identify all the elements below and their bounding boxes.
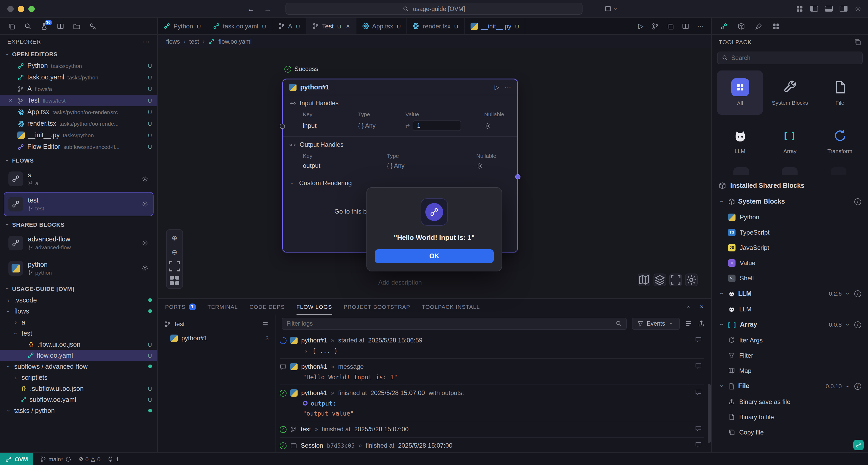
- shared-block-python[interactable]: python python: [4, 257, 153, 280]
- input-port[interactable]: [280, 124, 285, 129]
- info-icon[interactable]: i: [854, 321, 861, 328]
- section-system-blocks[interactable]: › System Blocks i: [712, 194, 868, 209]
- panel-tab-flow-logs[interactable]: FLOW LOGS: [296, 299, 332, 315]
- toolpack-search-input[interactable]: [731, 55, 858, 61]
- expand-icon[interactable]: ›: [303, 347, 309, 354]
- layout-grid-icon[interactable]: [168, 274, 181, 287]
- log-output-bubble-icon[interactable]: [695, 362, 702, 369]
- key-icon[interactable]: [89, 22, 97, 30]
- flow-settings-gear-icon[interactable]: [142, 200, 149, 208]
- block-item-iter-args[interactable]: Iter Args: [712, 332, 868, 348]
- flow-view-icon[interactable]: [720, 22, 727, 30]
- flow-logs-node-row[interactable]: python#1 3: [158, 331, 275, 345]
- node-header[interactable]: python#1 ▷ ⋯: [283, 80, 517, 95]
- log-output-bubble-icon[interactable]: [695, 425, 702, 432]
- panel-tab-ports[interactable]: PORTS1: [165, 299, 196, 315]
- shared-blocks-header[interactable]: › SHARED BLOCKS: [0, 219, 157, 230]
- category-file[interactable]: File: [817, 70, 863, 115]
- source-control-icon[interactable]: [651, 22, 659, 30]
- test-flask-icon[interactable]: 36: [40, 22, 48, 30]
- brush-view-icon[interactable]: [755, 22, 762, 30]
- log-output-bubble-icon[interactable]: [695, 441, 702, 448]
- flow-logs-flow-row[interactable]: test: [158, 317, 275, 331]
- category-array[interactable]: [ ]Array: [767, 119, 813, 163]
- package-view-icon[interactable]: [738, 22, 745, 30]
- node-more-icon[interactable]: ⋯: [505, 83, 511, 91]
- filter-logs-input[interactable]: [286, 320, 613, 327]
- tab-app-tsx[interactable]: App.tsxU: [356, 18, 407, 34]
- block-item-filter[interactable]: Filter: [712, 348, 868, 363]
- close-window-button[interactable]: [7, 5, 14, 12]
- git-branch-status[interactable]: main*: [40, 456, 71, 462]
- files-icon[interactable]: [8, 22, 15, 30]
- collapse-all-icon[interactable]: [685, 320, 692, 327]
- split-editor-icon[interactable]: [682, 22, 689, 30]
- version-dropdown-icon[interactable]: ›: [845, 383, 851, 389]
- toggle-panel-icon[interactable]: [825, 6, 833, 11]
- node-description-placeholder[interactable]: Add description: [282, 279, 518, 286]
- ports-status[interactable]: 1: [107, 456, 119, 462]
- tab-task-yaml[interactable]: task.oo.yamlU: [207, 18, 272, 34]
- back-button[interactable]: ←: [247, 4, 254, 13]
- close-icon[interactable]: ×: [346, 22, 350, 30]
- tab-python[interactable]: PythonU: [158, 18, 207, 34]
- layers-icon[interactable]: [653, 273, 666, 286]
- ok-button[interactable]: OK: [375, 249, 494, 263]
- zoom-in-icon[interactable]: ⊕: [168, 231, 181, 244]
- panel-tab-project-bootstrap[interactable]: PROJECT BOOTSTRAP: [344, 299, 410, 315]
- section-array[interactable]: › [ ] Array 0.0.8 › i: [712, 317, 868, 332]
- section-llm[interactable]: › LLM 0.2.6 › i: [712, 286, 868, 301]
- customize-layout-icon[interactable]: [854, 5, 862, 12]
- toggle-secondary-sidebar-icon[interactable]: [840, 6, 847, 11]
- category-llm[interactable]: LLM: [717, 119, 763, 163]
- block-item-shell[interactable]: >_Shell: [712, 270, 868, 286]
- open-editor-python[interactable]: Pythontasks/pythonU: [0, 60, 157, 71]
- explorer-more-icon[interactable]: ⋯: [143, 38, 150, 46]
- chevron-down-icon[interactable]: ›: [289, 180, 296, 186]
- log-entry-started[interactable]: python#1» started at2025/5/28 15:06:59 ›…: [280, 332, 704, 359]
- toolpack-search-box[interactable]: [717, 52, 863, 64]
- tab-init-py[interactable]: __init__.pyU: [464, 18, 525, 34]
- block-item-typescript[interactable]: TSTypeScript: [712, 225, 868, 240]
- log-entry-finished[interactable]: ✓ python#1» finished at2025/5/28 15:07:0…: [280, 385, 704, 422]
- tree-item-test[interactable]: ›test: [0, 328, 157, 339]
- info-icon[interactable]: i: [854, 198, 861, 205]
- search-icon[interactable]: [24, 22, 32, 30]
- editor-layout-icon[interactable]: [57, 22, 64, 30]
- assistant-chat-icon[interactable]: [853, 440, 864, 450]
- category-transform[interactable]: Transform: [817, 119, 863, 163]
- log-entry-flow-finished[interactable]: ✓ test» finished at2025/5/28 15:07:00: [280, 422, 704, 438]
- command-center[interactable]: usage-guide [OVM]: [285, 3, 583, 15]
- open-editor-flow-editor[interactable]: Flow Editorsubflows/advanced-fl...U: [0, 141, 157, 152]
- open-editor-init-py[interactable]: __init__.pytasks/pythonU: [0, 129, 157, 141]
- section-file[interactable]: › File 0.0.10 › i: [712, 378, 868, 394]
- tree-item-vscode[interactable]: ›.vscode: [0, 295, 157, 306]
- output-port[interactable]: [515, 174, 521, 179]
- block-item-binary-save[interactable]: Binary save as file: [712, 394, 868, 409]
- log-list-icon[interactable]: [262, 321, 269, 327]
- tree-item-flows[interactable]: ›flows: [0, 306, 157, 317]
- tree-item-subflow-ui-json[interactable]: {}.subflow.ui.oo.jsonU: [0, 383, 157, 394]
- duplicate-icon[interactable]: [666, 22, 674, 30]
- breadcrumb[interactable]: flows› test› flow.oo.yaml: [158, 35, 711, 49]
- workspace-header[interactable]: › USAGE-GUIDE [OVM]: [0, 283, 157, 295]
- close-panel-icon[interactable]: ×: [700, 303, 704, 310]
- block-item-binary-to-file[interactable]: Binary to file: [712, 409, 868, 425]
- input-value-field[interactable]: [413, 120, 461, 131]
- tree-item-flow-ui-json[interactable]: {}.flow.ui.oo.jsonU: [0, 339, 157, 350]
- version-dropdown-icon[interactable]: ›: [845, 290, 851, 297]
- open-editor-test[interactable]: × Testflows/testU: [0, 95, 157, 106]
- info-icon[interactable]: i: [854, 290, 861, 297]
- block-item-python[interactable]: Python: [712, 209, 868, 225]
- folder-icon[interactable]: [73, 22, 81, 30]
- panel-tab-terminal[interactable]: TERMINAL: [208, 299, 238, 315]
- flows-header[interactable]: › FLOWS: [0, 155, 157, 166]
- flow-logs-list[interactable]: python#1» started at2025/5/28 15:06:59 ›…: [276, 332, 711, 453]
- panel-tab-toolpack-install[interactable]: TOOLPACK INSTALL: [422, 299, 480, 315]
- run-button[interactable]: ▷: [638, 22, 644, 30]
- version-dropdown-icon[interactable]: ›: [845, 321, 851, 328]
- log-output-bubble-icon[interactable]: [695, 389, 702, 396]
- remote-indicator[interactable]: OVM: [0, 453, 33, 465]
- logs-scrollbar[interactable]: [708, 353, 711, 449]
- shared-block-advanced-flow[interactable]: advanced-flow advanced-flow: [4, 231, 153, 255]
